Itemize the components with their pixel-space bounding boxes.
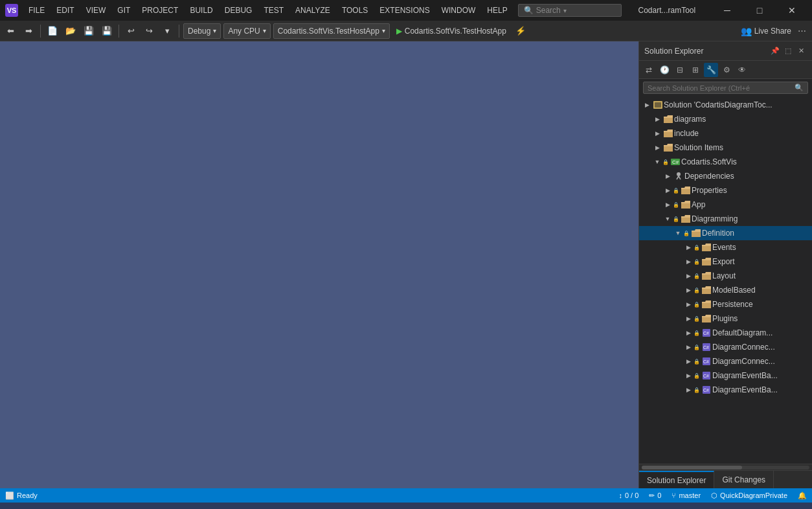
search-dropdown-arrow[interactable]: ▾	[563, 7, 567, 14]
tree-arrow-definition[interactable]: ▼	[673, 230, 683, 236]
tree-item-modelbased[interactable]: ▶🔒ModelBased	[639, 283, 812, 297]
save-button[interactable]: 💾	[81, 23, 96, 39]
redo-button[interactable]: ↪	[141, 23, 157, 39]
menu-item-test[interactable]: TEST	[258, 3, 289, 17]
status-project[interactable]: ⬡ QuickDiagramPrivate	[711, 492, 787, 500]
se-sync-button[interactable]: ⇄	[642, 63, 656, 77]
se-float-button[interactable]: ⬚	[782, 45, 794, 57]
tree-arrow-diagramming[interactable]: ▼	[662, 216, 673, 222]
menu-item-edit[interactable]: EDIT	[51, 3, 79, 17]
tree-item-codartis-softvis[interactable]: ▼🔒C#Codartis.SoftVis	[639, 155, 812, 169]
tree-arrow-properties[interactable]: ▶	[662, 187, 673, 194]
tree-item-plugins[interactable]: ▶🔒Plugins	[639, 311, 812, 326]
tree-arrow-plugins[interactable]: ▶	[683, 315, 694, 322]
cpu-config-dropdown[interactable]: Any CPU ▾	[223, 23, 270, 39]
tree-arrow-diagrameventb1[interactable]: ▶	[683, 372, 694, 379]
tree-item-diagrameventb1[interactable]: ▶🔒C#DiagramEventBa...	[639, 368, 812, 383]
tree-item-dependencies[interactable]: ▶Dependencies	[639, 169, 812, 183]
hscroll-bar[interactable]	[642, 466, 809, 469]
editor-area[interactable]	[0, 41, 638, 488]
se-search-input[interactable]	[648, 84, 795, 92]
tree-arrow-persistence[interactable]: ▶	[683, 301, 694, 308]
open-file-button[interactable]: 📂	[63, 23, 78, 39]
tree-item-solution[interactable]: ▶Solution 'CodartisDiagramToc...	[639, 98, 812, 112]
tree-item-app[interactable]: ▶🔒App	[639, 198, 812, 212]
tree-arrow-dependencies[interactable]: ▶	[662, 173, 673, 179]
tree-item-defaultdiagram[interactable]: ▶🔒C#DefaultDiagram...	[639, 326, 812, 340]
run-button[interactable]: ▶ Codartis.SoftVis.TestHostApp	[392, 25, 510, 37]
new-file-button[interactable]: 📄	[45, 23, 60, 39]
tree-item-diagrameventb2[interactable]: ▶🔒C#DiagramEventBa...	[639, 383, 812, 397]
tree-item-events[interactable]: ▶🔒Events	[639, 240, 812, 254]
bottom-tab-solution-explorer[interactable]: Solution Explorer	[639, 471, 714, 488]
close-button[interactable]: ✕	[777, 0, 807, 21]
project-config-dropdown[interactable]: Codartis.SoftVis.TestHostApp ▾	[273, 23, 390, 39]
menu-item-debug[interactable]: DEBUG	[220, 3, 258, 17]
se-collapse-button[interactable]: ⊟	[673, 63, 687, 77]
tree-arrow-app[interactable]: ▶	[662, 201, 673, 208]
tree-item-persistence[interactable]: ▶🔒Persistence	[639, 297, 812, 311]
tree-arrow-modelbased[interactable]: ▶	[683, 287, 694, 293]
forward-button[interactable]: ➡	[21, 23, 36, 39]
tree-arrow-layout[interactable]: ▶	[683, 273, 694, 279]
tree-arrow-export[interactable]: ▶	[683, 258, 694, 265]
live-share-options[interactable]: ⋯	[794, 23, 809, 39]
attach-button[interactable]: ⚡	[513, 23, 528, 39]
title-search[interactable]: 🔍 Search ▾	[518, 4, 622, 17]
tree-arrow-codartis-softvis[interactable]: ▼	[652, 159, 662, 165]
tree-item-diagramconnec2[interactable]: ▶🔒C#DiagramConnec...	[639, 354, 812, 368]
tree-item-solution-items[interactable]: ▶Solution Items	[639, 141, 812, 155]
menu-item-help[interactable]: HELP	[482, 3, 512, 17]
tree-item-properties[interactable]: ▶🔒Properties	[639, 183, 812, 198]
tree-arrow-include[interactable]: ▶	[652, 130, 662, 137]
status-notification[interactable]: 🔔	[798, 492, 807, 500]
save-all-button[interactable]: 💾	[99, 23, 115, 39]
menu-item-git[interactable]: GIT	[112, 3, 135, 17]
tree-item-export[interactable]: ▶🔒Export	[639, 254, 812, 269]
status-line-col[interactable]: ↕ 0 / 0	[618, 492, 638, 499]
status-ready[interactable]: ⬜ Ready	[5, 492, 38, 500]
tree-item-layout[interactable]: ▶🔒Layout	[639, 269, 812, 283]
back-button[interactable]: ⬅	[3, 23, 18, 39]
menu-item-view[interactable]: VIEW	[81, 3, 111, 17]
debug-config-label: Debug	[188, 27, 210, 36]
minimize-button[interactable]: ─	[712, 0, 742, 21]
tree-item-definition[interactable]: ▼🔒Definition	[639, 226, 812, 240]
tree-item-diagramming[interactable]: ▼🔒Diagramming	[639, 212, 812, 226]
tree-item-diagramconnec1[interactable]: ▶🔒C#DiagramConnec...	[639, 340, 812, 354]
undo-dropdown[interactable]: ▾	[159, 23, 175, 39]
menu-item-file[interactable]: FILE	[23, 3, 50, 17]
tree-arrow-events[interactable]: ▶	[683, 244, 694, 251]
se-pin-button[interactable]: 📌	[769, 45, 781, 57]
tree-arrow-diagrams[interactable]: ▶	[652, 116, 662, 122]
se-search-box[interactable]: 🔍	[643, 82, 808, 94]
se-filter-button[interactable]: 🔧	[704, 63, 718, 77]
se-history-button[interactable]: 🕐	[657, 63, 671, 77]
se-view-button[interactable]: 👁	[735, 63, 749, 77]
tree-arrow-solution[interactable]: ▶	[642, 102, 652, 108]
menu-item-project[interactable]: PROJECT	[137, 3, 183, 17]
menu-item-build[interactable]: BUILD	[185, 3, 218, 17]
search-placeholder: Search	[536, 6, 561, 15]
tree-arrow-diagramconnec1[interactable]: ▶	[683, 344, 694, 350]
undo-button[interactable]: ↩	[123, 23, 139, 39]
bottom-tab-git-changes[interactable]: Git Changes	[714, 471, 774, 488]
menu-item-window[interactable]: WINDOW	[436, 3, 481, 17]
tree-arrow-defaultdiagram[interactable]: ▶	[683, 330, 694, 336]
se-expand-button[interactable]: ⊞	[688, 63, 703, 77]
se-horizontal-scrollbar[interactable]	[639, 464, 812, 470]
menu-item-extensions[interactable]: EXTENSIONS	[374, 3, 434, 17]
tree-arrow-diagrameventb2[interactable]: ▶	[683, 387, 694, 393]
tree-arrow-solution-items[interactable]: ▶	[652, 144, 662, 151]
tree-item-include[interactable]: ▶include	[639, 126, 812, 141]
tree-arrow-diagramconnec2[interactable]: ▶	[683, 358, 694, 365]
status-branch[interactable]: ⑂ master	[671, 492, 701, 499]
se-settings-button[interactable]: ⚙	[719, 63, 734, 77]
se-close-button[interactable]: ✕	[795, 45, 807, 57]
status-errors[interactable]: ✏ 0	[649, 492, 661, 500]
menu-item-analyze[interactable]: ANALYZE	[290, 3, 335, 17]
tree-item-diagrams[interactable]: ▶diagrams	[639, 112, 812, 126]
maximize-button[interactable]: □	[745, 0, 774, 21]
debug-config-dropdown[interactable]: Debug ▾	[183, 23, 221, 39]
menu-item-tools[interactable]: TOOLS	[337, 3, 373, 17]
